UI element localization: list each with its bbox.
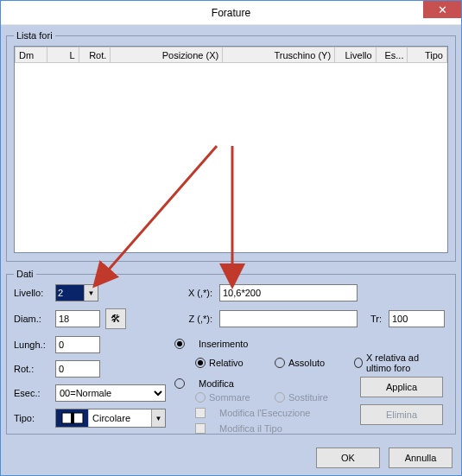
tr-label: Tr: bbox=[363, 314, 383, 324]
livello-value: 2 bbox=[58, 288, 63, 298]
rot-label: Rot.: bbox=[14, 364, 50, 374]
diam-label: Diam.: bbox=[14, 314, 50, 324]
modifica-label: Modifica bbox=[199, 378, 234, 389]
relativo-radio[interactable] bbox=[195, 358, 206, 368]
col-l[interactable]: L bbox=[47, 48, 79, 63]
col-truschino[interactable]: Truschino (Y) bbox=[223, 48, 335, 63]
tr-input[interactable] bbox=[389, 310, 445, 327]
hole-type-icon bbox=[56, 409, 89, 427]
lungh-input[interactable] bbox=[55, 336, 100, 353]
relativo-label: Relativo bbox=[209, 358, 244, 368]
livello-select[interactable]: 2 ▼ bbox=[55, 284, 98, 301]
inserimento-label: Inserimento bbox=[199, 339, 248, 349]
diam-input[interactable] bbox=[55, 310, 100, 327]
drill-icon: 🛠 bbox=[111, 313, 121, 325]
col-livello[interactable]: Livello bbox=[335, 48, 377, 63]
tipo-select[interactable]: Circolare ▼ bbox=[55, 409, 166, 428]
inserimento-radio[interactable] bbox=[174, 339, 185, 349]
modifica-radio[interactable] bbox=[174, 378, 185, 389]
tool-picker-button[interactable]: 🛠 bbox=[105, 308, 126, 329]
x-input[interactable] bbox=[219, 284, 358, 301]
sommare-label: Sommare bbox=[209, 392, 250, 403]
sommare-radio bbox=[195, 392, 206, 403]
dati-group: Dati Livello: 2 ▼ X (,*): Diam.: bbox=[6, 269, 456, 435]
x-label: X (,*): bbox=[171, 288, 214, 298]
xrel-radio[interactable] bbox=[354, 358, 363, 368]
assoluto-radio[interactable] bbox=[275, 358, 285, 368]
mod-esec-label: Modifica l'Esecuzione bbox=[219, 408, 310, 418]
dati-legend: Dati bbox=[14, 269, 36, 279]
chevron-down-icon: ▼ bbox=[151, 409, 165, 427]
col-es[interactable]: Es... bbox=[376, 48, 408, 63]
svg-rect-1 bbox=[71, 413, 74, 423]
tipo-label: Tipo: bbox=[14, 413, 50, 423]
window-title: Forature bbox=[1, 7, 461, 19]
mod-tipo-checkbox bbox=[195, 423, 206, 434]
close-icon: ✕ bbox=[438, 3, 447, 16]
tipo-value: Circolare bbox=[89, 413, 151, 423]
elimina-button: Elimina bbox=[360, 404, 443, 425]
chevron-down-icon: ▼ bbox=[84, 285, 98, 301]
lista-fori-legend: Lista fori bbox=[14, 30, 55, 41]
client-area: Lista fori Dm L Rot. Posizione (X) Trusc… bbox=[1, 25, 461, 475]
mod-esec-checkbox bbox=[195, 408, 206, 418]
mod-tipo-label: Modifica il Tipo bbox=[219, 423, 282, 434]
esec-select[interactable]: 00=Normale bbox=[55, 384, 166, 402]
sostituire-label: Sostituire bbox=[288, 392, 328, 403]
sostituire-radio bbox=[275, 392, 285, 403]
z-input[interactable] bbox=[219, 310, 358, 327]
lista-fori-table[interactable]: Dm L Rot. Posizione (X) Truschino (Y) Li… bbox=[14, 46, 448, 253]
esec-label: Esec.: bbox=[14, 388, 50, 398]
col-posizione[interactable]: Posizione (X) bbox=[111, 48, 223, 63]
col-tipo[interactable]: Tipo bbox=[408, 48, 447, 63]
ok-button[interactable]: OK bbox=[316, 447, 380, 468]
applica-button[interactable]: Applica bbox=[360, 377, 443, 397]
xrel-label: X relativa ad ultimo foro bbox=[366, 352, 445, 373]
z-label: Z (,*): bbox=[171, 314, 214, 324]
rot-input[interactable] bbox=[55, 360, 100, 378]
col-dm[interactable]: Dm bbox=[16, 48, 47, 63]
livello-label: Livello: bbox=[14, 288, 50, 298]
col-rot[interactable]: Rot. bbox=[79, 48, 111, 63]
titlebar: Forature ✕ bbox=[1, 1, 461, 25]
close-button[interactable]: ✕ bbox=[423, 1, 461, 18]
annulla-button[interactable]: Annulla bbox=[389, 447, 453, 468]
dialog-window: Forature ✕ Lista fori Dm L Rot. Posizion… bbox=[0, 0, 462, 476]
lungh-label: Lungh.: bbox=[14, 340, 50, 350]
assoluto-label: Assoluto bbox=[288, 358, 325, 368]
lista-fori-group: Lista fori Dm L Rot. Posizione (X) Trusc… bbox=[6, 30, 456, 262]
